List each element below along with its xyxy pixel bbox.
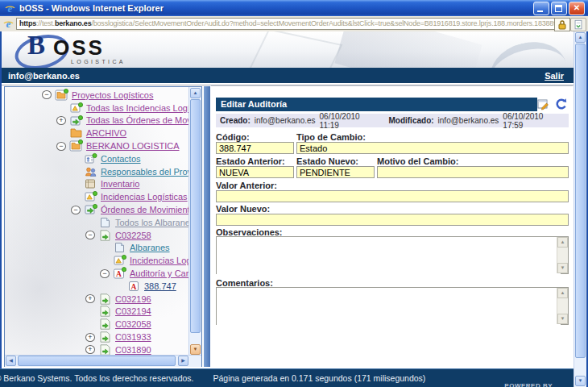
tipo-cambio-input[interactable] [296,142,569,154]
svg-text:A: A [131,282,137,290]
tree-item[interactable]: Contactos [5,152,188,165]
codigo-input[interactable] [216,142,294,154]
tree-item[interactable]: Inventario [5,178,188,191]
tree-item[interactable]: +Todas las Órdenes de Movimiento [5,114,188,127]
tree-item-link[interactable]: Incidencias Logísticas [130,256,188,265]
panel-splitter[interactable] [204,86,210,368]
window-scroll-down-button[interactable]: ▼ [575,376,586,386]
window-scroll-up-button[interactable]: ▲ [575,32,586,43]
collapse-icon[interactable]: − [42,90,52,99]
tree-item-link[interactable]: Todas las Incidencias Logísticas [86,103,188,113]
tree-item[interactable]: Todas las Incidencias Logísticas [5,102,188,114]
expand-icon[interactable]: + [85,294,95,303]
tree-item-link[interactable]: 388.747 [144,281,176,291]
order-doc-icon [98,293,112,306]
tree-item-link[interactable]: Auditoría y Cambios [130,268,188,278]
close-button[interactable] [569,2,585,15]
estado-nuevo-input[interactable] [296,166,375,178]
tree-item-link[interactable]: C031933 [115,332,151,342]
window-vscroll-thumb[interactable] [575,44,586,358]
tree-item-link[interactable]: C032258 [115,231,151,240]
tree-item[interactable]: −BERKANO LOGISTICA [5,139,188,152]
tree-item[interactable]: ARCHIVO [5,127,188,139]
window-vertical-scrollbar[interactable]: ▲ ▼ [574,31,586,387]
tree-item[interactable]: Todos los Albaranes [5,216,188,229]
refresh-icon[interactable] [554,98,568,110]
expander-spacer [71,193,81,202]
tree-item-link[interactable]: ARCHIVO [86,128,126,138]
page-go-button[interactable] [570,18,586,31]
minimize-button[interactable] [533,2,549,15]
tree-vertical-scrollbar[interactable]: ▲ ▼ [188,87,201,356]
tree-item[interactable]: C032058 [5,318,188,331]
maximize-button[interactable] [551,2,567,15]
tree-item[interactable]: Incidencias Logísticas [5,254,188,267]
tree-item[interactable]: +C032196 [5,293,188,306]
tree-item-link[interactable]: Inventario [101,179,139,189]
tree-item[interactable]: −Órdenes de Movimiento [5,203,188,216]
expand-icon[interactable]: + [85,333,95,342]
scroll-left-button[interactable]: ◀ [6,356,16,366]
expand-icon[interactable]: + [85,345,95,354]
valor-nuevo-input[interactable] [216,214,569,226]
estado-anterior-input[interactable] [216,166,294,178]
tree-item-link[interactable]: Todas las Órdenes de Movimiento [86,115,188,125]
tree-item-link[interactable]: Proyectos Logísticos [72,90,154,100]
tree-item-link[interactable]: C032196 [115,294,151,304]
observaciones-textarea[interactable] [217,237,561,277]
scroll-up-button[interactable]: ▲ [190,88,201,98]
textarea-scroll-down-icon[interactable]: ▼ [557,314,568,324]
expander-spacer [71,154,81,163]
scroll-down-button[interactable]: ▼ [190,344,201,355]
tree-vscroll-thumb[interactable] [190,99,201,333]
tree-item-link[interactable]: C032058 [115,319,151,329]
textarea-scroll-up-icon[interactable]: ▲ [557,237,568,248]
order-doc-icon [98,229,112,242]
tree-item-link[interactable]: Contactos [101,154,141,164]
collapse-icon[interactable]: − [100,269,110,278]
tree-item[interactable]: −AAuditoría y Cambios [5,267,188,280]
collapse-icon[interactable]: − [56,142,66,151]
tree-item[interactable]: −C032258 [5,229,188,242]
motivo-cambio-label: Motivo del Cambio: [377,156,458,166]
motivo-cambio-input[interactable] [377,166,569,178]
tree-horizontal-scrollbar[interactable]: ◀ ▶ [5,355,201,367]
window-title: bOSS - Windows Internet Explorer [19,3,164,13]
project-folder-icon [55,89,68,102]
tree-item[interactable]: C032194 [5,306,188,318]
collapse-icon[interactable]: − [85,231,95,239]
tree-item-link[interactable]: C032194 [115,306,151,316]
edit-icon[interactable] [536,98,550,110]
tree-item-link[interactable]: BERKANO LOGISTICA [86,141,180,151]
tree-item[interactable]: +C031933 [5,331,188,343]
security-lock-icon [554,18,570,31]
expand-icon[interactable]: + [56,116,66,125]
tree-item-link[interactable]: Responsables del Proyecto [101,167,188,177]
scroll-right-button[interactable]: ▶ [178,356,188,366]
tree-item-link[interactable]: Todos los Albaranes [115,218,188,227]
logout-link[interactable]: Salir [545,71,574,81]
comentarios-textarea[interactable] [217,288,561,327]
tree-item-link[interactable]: Incidencias Logísticas [101,192,188,202]
tree-hscroll-thumb[interactable] [18,356,176,366]
order-doc-icon [98,331,112,343]
tree-item[interactable]: Incidencias Logísticas [5,190,188,203]
copyright-text: © Berkano Systems. Todos los derechos re… [0,373,193,383]
url-separator: ://test. [36,19,55,27]
tree-item[interactable]: Responsables del Proyecto [5,165,188,178]
textarea-scroll-down-icon[interactable]: ▼ [557,263,568,273]
expander-spacer [85,218,95,227]
inventory-icon [84,177,97,190]
url-field[interactable]: https://test.berkano.es/bosslogistica/Se… [16,18,555,30]
movement-doc-icon [69,114,83,127]
tree-item[interactable]: Albaranes [5,242,188,255]
tree-item-link[interactable]: Órdenes de Movimiento [101,205,188,214]
svg-text:e: e [8,2,13,15]
valor-anterior-input[interactable] [216,190,569,202]
tree-item[interactable]: A388.747 [5,280,188,293]
collapse-icon[interactable]: − [71,206,81,214]
textarea-scroll-up-icon[interactable]: ▲ [557,288,568,298]
tree-item-link[interactable]: Albaranes [130,243,170,252]
tree-item-link[interactable]: C031890 [115,345,151,355]
tree-item[interactable]: −Proyectos Logísticos [5,89,188,102]
